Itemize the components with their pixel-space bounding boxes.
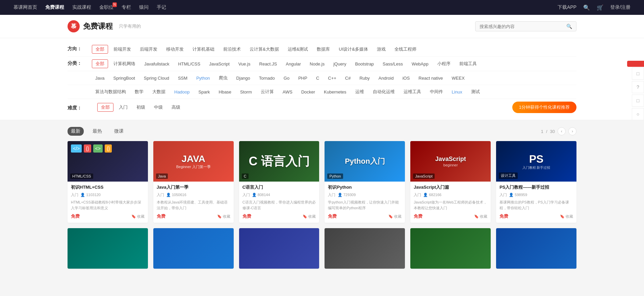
dir-tag-backend[interactable]: 后端开发	[136, 45, 161, 54]
cat-tag-c[interactable]: C	[313, 74, 323, 82]
cat-tag-nodejs[interactable]: Node.js	[306, 59, 328, 68]
collect-btn-3[interactable]: 🔖 收藏	[303, 214, 316, 219]
diff-tag-adv[interactable]: 高级	[168, 103, 184, 112]
course-card-10[interactable]	[325, 228, 405, 269]
cat-tag-ruby[interactable]: Ruby	[356, 74, 373, 82]
cat-tag-linux[interactable]: Linux	[448, 88, 466, 96]
login-btn[interactable]: 登录/注册	[610, 4, 630, 10]
float-item-help[interactable]: ?	[632, 81, 644, 93]
tab-hottest[interactable]: 最热	[89, 127, 105, 136]
cat-tag-fronttools[interactable]: 前端工具	[456, 59, 480, 68]
collect-btn-2[interactable]: 🔖 收藏	[217, 214, 230, 219]
cat-tag-tornado[interactable]: Tornado	[256, 74, 278, 82]
recommend-btn[interactable]: 1分钟获得个性化课程推荐	[512, 102, 576, 113]
course-card-2[interactable]: JAVA Beginner 入门第一季 Java Java入门第一季 入门 👤 …	[153, 141, 234, 223]
cat-tag-spider[interactable]: 爬虫	[215, 74, 231, 82]
cat-tag-middleware[interactable]: 中间件	[427, 88, 446, 96]
prev-page-btn[interactable]: ‹	[558, 127, 566, 135]
cat-tag-hbase[interactable]: Hbase	[215, 88, 235, 96]
collect-btn-5[interactable]: 🔖 收藏	[474, 214, 487, 219]
course-card-12[interactable]	[496, 228, 576, 269]
dir-tag-cs[interactable]: 计算机基础	[189, 45, 218, 54]
cat-tag-cpp[interactable]: C++	[325, 74, 340, 82]
next-page-btn[interactable]: ›	[568, 127, 576, 135]
cat-tag-storm[interactable]: Storm	[237, 88, 255, 96]
download-app-btn[interactable]: 下载APP	[558, 4, 576, 10]
course-card-9[interactable]	[239, 228, 319, 269]
cat-tag-ios[interactable]: iOS	[399, 74, 413, 82]
course-card-3[interactable]: C 语言入门 C C语言入门 入门 👤 808144 C语言入门视频教程，带你进…	[239, 141, 319, 223]
cat-tag-vuejs[interactable]: Vue.js	[235, 59, 254, 68]
tab-micro[interactable]: 微课	[111, 127, 127, 136]
diff-tag-basic[interactable]: 初级	[133, 103, 149, 112]
cat-tag-springboot[interactable]: SpringBoot	[110, 74, 138, 82]
cat-tag-network[interactable]: 计算机网络	[110, 59, 139, 68]
collect-btn-4[interactable]: 🔖 收藏	[388, 214, 402, 219]
dir-tag-ops[interactable]: 运维&测试	[284, 45, 312, 54]
search-icon[interactable]: 🔍	[566, 24, 572, 29]
course-card-7[interactable]	[68, 228, 148, 269]
cat-tag-reactjs[interactable]: React.JS	[256, 59, 281, 68]
collect-btn-6[interactable]: 🔖 收藏	[560, 214, 573, 219]
tab-latest[interactable]: 最新	[68, 127, 84, 136]
nav-home[interactable]: 慕课网首页	[14, 4, 37, 10]
cat-tag-spark[interactable]: Spark	[195, 88, 213, 96]
diff-tag-all[interactable]: 全部	[97, 103, 113, 112]
cat-tag-angular[interactable]: Angular	[282, 59, 304, 68]
diff-tag-mid[interactable]: 中级	[151, 103, 166, 112]
search-icon[interactable]: 🔍	[583, 4, 590, 11]
nav-qa[interactable]: 猿问	[139, 4, 149, 10]
dir-tag-cloud[interactable]: 云计算&大数据	[246, 45, 282, 54]
cat-tag-java[interactable]: Java	[92, 74, 108, 82]
course-card-6[interactable]: PS 入门教程 新手过招 设计工具 PS入门教程——新手过招 入门 👤 5989…	[496, 141, 576, 223]
cat-tag-django[interactable]: Django	[233, 74, 254, 82]
cat-tag-csharp[interactable]: C#	[342, 74, 354, 82]
cat-tag-php[interactable]: PHP	[295, 74, 311, 82]
dir-tag-mobile[interactable]: 移动开发	[163, 45, 187, 54]
cat-tag-hadoop[interactable]: Hadoop	[171, 88, 193, 96]
cat-tag-weex[interactable]: WEEX	[448, 74, 468, 82]
course-card-11[interactable]	[410, 228, 491, 269]
cat-tag-js[interactable]: JavaScript	[206, 59, 233, 68]
float-item-1[interactable]: □	[632, 68, 644, 80]
cat-tag-htmlcss[interactable]: HTML/CSS	[175, 59, 204, 68]
dir-tag-frontier[interactable]: 前沿技术	[220, 45, 244, 54]
course-card-5[interactable]: JavaScript beginner JavaScript JavaScrip…	[410, 141, 491, 223]
dir-tag-all[interactable]: 全部	[92, 45, 108, 54]
collect-btn-1[interactable]: 🔖 收藏	[131, 214, 145, 219]
float-item-3[interactable]: □	[632, 95, 644, 107]
cat-tag-math[interactable]: 数学	[131, 88, 147, 96]
cat-tag-bigdata[interactable]: 大数据	[149, 88, 169, 96]
cat-tag-ops[interactable]: 运维	[352, 88, 367, 96]
cat-tag-jquery[interactable]: jQuery	[330, 59, 350, 68]
course-card-1[interactable]: </> {} <> {} HTML/CSS 初识HTML+CSS 入门 👤 11…	[68, 141, 148, 223]
cat-tag-javafull[interactable]: Javafullstack	[141, 59, 173, 68]
cat-tag-docker[interactable]: Docker	[298, 88, 318, 96]
cat-tag-android[interactable]: Android	[375, 74, 397, 82]
nav-job[interactable]: 金职位 N	[99, 4, 113, 10]
dir-tag-frontend[interactable]: 前端开发	[110, 45, 134, 54]
cat-tag-algo[interactable]: 算法与数据结构	[92, 88, 129, 96]
cat-tag-kubernetes[interactable]: Kubernetes	[320, 88, 350, 96]
nav-free-course[interactable]: 免费课程	[45, 4, 64, 10]
cat-tag-webapp[interactable]: WebApp	[408, 59, 432, 68]
nav-column[interactable]: 专栏	[122, 4, 131, 10]
cat-tag-aws[interactable]: AWS	[279, 88, 296, 96]
float-item-4[interactable]: ○	[632, 108, 644, 120]
cat-tag-miniapp[interactable]: 小程序	[434, 59, 454, 68]
course-card-8[interactable]	[153, 228, 234, 269]
cat-tag-springcloud[interactable]: Spring Cloud	[140, 74, 173, 82]
diff-tag-intro[interactable]: 入门	[115, 103, 131, 112]
cat-tag-test[interactable]: 测试	[468, 88, 483, 96]
nav-notes[interactable]: 手记	[157, 4, 166, 10]
cat-tag-python[interactable]: Python	[193, 74, 213, 82]
dir-tag-db[interactable]: 数据库	[313, 45, 333, 54]
red-envelope-btn[interactable]: 拆	[627, 61, 644, 67]
cat-tag-bootstrap[interactable]: Bootstrap	[352, 59, 377, 68]
cat-tag-reactnative[interactable]: React native	[415, 74, 446, 82]
cat-tag-ssm[interactable]: SSM	[175, 74, 191, 82]
cat-tag-go[interactable]: Go	[280, 74, 293, 82]
cat-tag-opstools[interactable]: 运维工具	[400, 88, 424, 96]
nav-practice[interactable]: 实战课程	[72, 4, 91, 10]
search-input[interactable]	[480, 24, 566, 29]
